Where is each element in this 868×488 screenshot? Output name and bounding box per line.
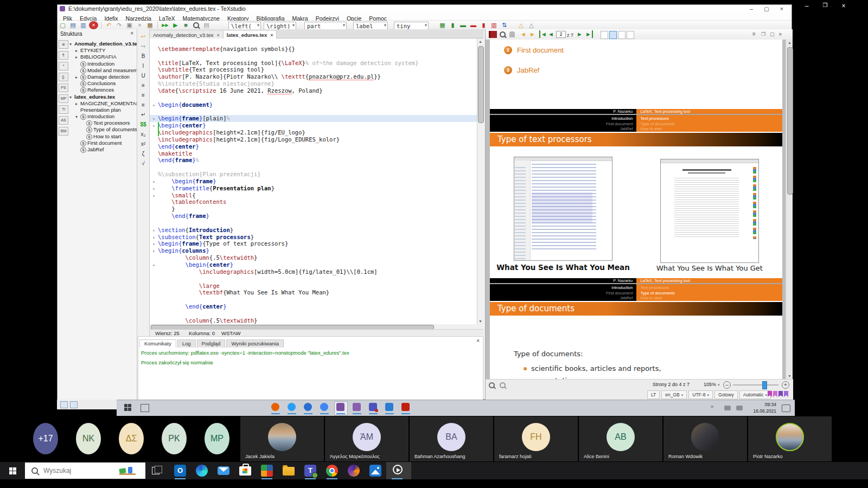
messages-tab-2[interactable]: Podgląd (197, 339, 226, 348)
expand-icon[interactable]: ▸ (75, 75, 80, 80)
toolbar-combo-1[interactable]: \right)▾ (264, 22, 296, 30)
messages-tab-1[interactable]: Log (177, 339, 196, 348)
zoom-out-tool-icon[interactable] (500, 381, 506, 390)
shared-notification-icon[interactable] (782, 404, 790, 412)
zoom-slider[interactable] (733, 384, 778, 386)
compile-icon[interactable]: ▶ (171, 21, 180, 29)
zoom-level-label[interactable]: 105%▾ (704, 382, 720, 387)
messages-close-icon[interactable]: × (476, 338, 480, 344)
firefox-icon[interactable] (343, 462, 365, 479)
structure-tool-0[interactable]: ≣ (59, 40, 68, 49)
structure-item[interactable]: ▸BIBLIOGRAFIA (69, 54, 137, 60)
remove-row-icon[interactable]: ▬ (469, 21, 478, 29)
redo-icon[interactable]: ↷ (114, 21, 124, 29)
structure-item[interactable]: SIntroduction (69, 61, 137, 67)
outlook-icon[interactable] (169, 462, 191, 479)
shared-chrome-icon[interactable] (320, 403, 328, 411)
zoom-in-tool-icon[interactable] (489, 381, 495, 390)
structure-item[interactable]: ▸MAGICZNE_KOMENTARZE (69, 100, 137, 107)
format-tool-12[interactable]: ζ (139, 150, 148, 158)
shared-texstudio-icon[interactable] (336, 403, 344, 411)
table-icon[interactable]: ▦ (438, 21, 447, 29)
pdf-page-view[interactable]: 2First document3JabRef P. Nazarko LaTeX,… (486, 40, 786, 379)
minimize-button[interactable]: – (745, 5, 758, 12)
math-triangle-icon[interactable]: △ (527, 21, 536, 29)
undo-icon[interactable]: ↶ (104, 21, 113, 29)
pdf-menu-icon[interactable]: ≡ (752, 30, 756, 38)
maximize-button[interactable]: ▢ (760, 5, 773, 12)
shared-document-icon[interactable] (385, 403, 393, 411)
pdf-maximize-icon[interactable]: ▢ (770, 30, 775, 38)
add-column-icon[interactable]: ▮ (448, 21, 457, 29)
participant-tile[interactable]: Jacek Jakiela (240, 416, 324, 461)
shared-tray-icon-2[interactable] (736, 406, 743, 410)
editor-vertical-scrollbar[interactable]: ▲ ▼ (477, 38, 483, 324)
collapse-icon[interactable]: ▾ (69, 42, 74, 47)
format-tool-13[interactable]: √ (139, 159, 148, 168)
previous-page-icon[interactable]: ◄ (548, 30, 554, 38)
format-tool-9[interactable]: $$ (139, 120, 148, 129)
photos-icon[interactable] (365, 462, 386, 479)
toggle-messages-panel-icon[interactable] (70, 401, 78, 408)
two-page-layout-icon[interactable] (618, 31, 626, 39)
scroll-down-icon[interactable]: ▼ (787, 373, 793, 379)
scroll-down-icon[interactable]: ▼ (477, 318, 483, 324)
translate-flags-icon[interactable] (768, 391, 789, 397)
participant-tile[interactable]: BABahman Azarhoushang (410, 416, 493, 461)
start-button[interactable] (0, 462, 25, 479)
edge-icon[interactable] (191, 462, 213, 479)
wizard-triangle-icon[interactable]: △ (516, 21, 526, 29)
structure-item[interactable]: SConclusions (69, 80, 137, 87)
open-file-icon[interactable]: ▤ (68, 21, 78, 29)
last-page-icon[interactable]: ► (585, 30, 593, 38)
player-icon[interactable] (386, 462, 411, 479)
structure-item[interactable]: SFirst document (69, 140, 137, 146)
zoom-slider-thumb[interactable] (762, 381, 767, 389)
pdf-document-icon[interactable] (489, 31, 497, 38)
log-icon[interactable]: ▤ (202, 21, 211, 29)
add-row-icon[interactable]: ▬ (458, 21, 468, 29)
format-tool-0[interactable]: ↩ (139, 33, 148, 41)
view-icon[interactable]: ■ (181, 21, 190, 29)
structure-tool-3[interactable]: ([. (59, 73, 68, 81)
structure-item[interactable]: ▸ETYKIETY (69, 47, 137, 54)
shared-globe-icon[interactable] (304, 403, 312, 411)
format-tool-4[interactable]: U (139, 72, 148, 80)
toolbar-combo-0[interactable]: \left(▾ (228, 22, 261, 30)
status-cell-en_GB[interactable]: en_GB▾ (661, 390, 687, 399)
shared-blue-app-icon[interactable] (288, 403, 296, 411)
participant-tile[interactable]: ABAlice Benini (579, 416, 662, 461)
outer-close-button[interactable]: × (835, 2, 852, 10)
outer-restore-button[interactable]: ❐ (817, 2, 833, 8)
continuous-layout-icon[interactable] (609, 31, 617, 39)
toolbar-combo-4[interactable]: tiny▾ (394, 22, 429, 30)
pdf-scrollbar[interactable]: ▲ ▼ (786, 40, 793, 379)
build-and-view-icon[interactable]: ▶▶ (161, 21, 170, 29)
status-cell-UTF-8[interactable]: UTF-8▾ (688, 390, 713, 399)
format-tool-6[interactable]: ≡ (139, 91, 148, 100)
shared-task-view-icon[interactable] (141, 404, 149, 412)
structure-tool-8[interactable]: BM (59, 127, 68, 136)
editor-horizontal-scrollbar[interactable] (150, 324, 483, 329)
shared-firefox-icon[interactable] (271, 403, 279, 411)
participant-tile[interactable]: Roman Wdowik (663, 416, 747, 461)
tab-close-icon[interactable]: × (216, 33, 219, 38)
status-cell-LT[interactable]: LT (647, 390, 660, 399)
format-tool-3[interactable]: I (139, 62, 148, 70)
status-cell-Automatic[interactable]: Automatic▾ (739, 390, 771, 399)
expand-icon[interactable]: ▸ (75, 55, 80, 60)
code-editor[interactable]: \setbeamertemplate{navigation symbols}{}… (150, 38, 477, 324)
explorer-icon[interactable] (278, 462, 299, 479)
task-view-icon[interactable] (152, 466, 162, 474)
save-icon[interactable]: ▥ (79, 21, 88, 29)
structure-tool-7[interactable]: AS (59, 116, 68, 125)
scrollbar-thumb[interactable] (787, 47, 793, 195)
participant-tile[interactable]: Piotr Nazarko (748, 416, 832, 461)
pdf-detach-icon[interactable]: ❐ (761, 30, 765, 38)
pdf-search-icon[interactable] (500, 30, 506, 39)
chrome-icon[interactable] (321, 462, 343, 479)
sort-table-icon[interactable]: ⇅ (500, 21, 509, 29)
structure-item[interactable]: SType of documents (69, 126, 137, 133)
next-page-icon[interactable]: ► (577, 30, 583, 38)
pdf-close-icon[interactable]: × (778, 30, 782, 38)
